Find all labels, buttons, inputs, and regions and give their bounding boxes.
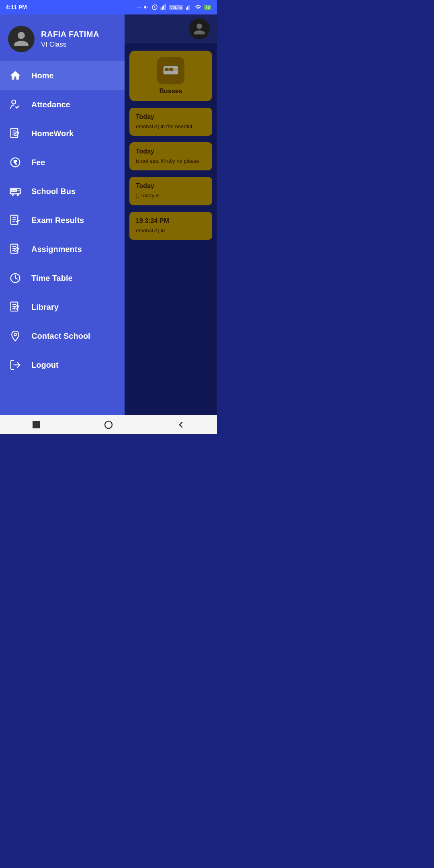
sidebar-item-library[interactable]: Library <box>0 293 125 321</box>
sidebar-header: RAFIA FATIMA VI Class <box>0 14 125 61</box>
home-icon <box>8 68 23 83</box>
sidebar-item-exam-results-label: Exam Results <box>31 216 84 225</box>
sidebar-item-assignments-label: Assignments <box>31 245 82 254</box>
sidebar-item-assignments[interactable]: Assignments <box>0 235 125 264</box>
exam-results-icon <box>8 213 23 227</box>
svg-point-23 <box>14 333 16 336</box>
app-container: RAFIA FATIMA VI Class Home <box>0 14 217 415</box>
sidebar-item-home-label: Home <box>31 71 54 80</box>
svg-point-7 <box>12 100 16 104</box>
time-table-icon <box>8 271 23 285</box>
svg-rect-0 <box>160 8 161 10</box>
svg-rect-31 <box>33 421 40 428</box>
sidebar-item-contact-school-label: Contact School <box>31 332 90 341</box>
bottom-nav <box>0 415 217 434</box>
svg-rect-1 <box>162 6 163 10</box>
bottom-home-button[interactable] <box>101 418 116 432</box>
sidebar-item-attendance-label: Attedance <box>31 100 70 109</box>
sidebar-item-logout[interactable]: Logout <box>0 350 125 379</box>
sidebar-item-contact-school[interactable]: Contact School <box>0 321 125 350</box>
fee-icon: ₹ <box>8 155 23 170</box>
person-icon <box>12 30 30 48</box>
signal-dots-icon: ··· <box>137 5 141 10</box>
main-content: Busses Today ersonal A) in the needful. … <box>125 14 217 415</box>
square-icon <box>31 420 41 430</box>
sidebar-item-homework[interactable]: HomeWork <box>0 119 125 148</box>
svg-rect-4 <box>186 8 187 10</box>
user-class: VI Class <box>41 41 99 49</box>
nav-list: Home Attedance <box>0 61 125 415</box>
sidebar-item-fee-label: Fee <box>31 158 45 167</box>
signal-icon <box>160 4 167 10</box>
svg-rect-5 <box>187 6 188 10</box>
svg-rect-2 <box>163 5 164 10</box>
bottom-square-button[interactable] <box>29 418 43 432</box>
sidebar-item-fee[interactable]: ₹ Fee <box>0 148 125 177</box>
volte-badge: VoLTE <box>169 5 183 10</box>
sidebar-item-time-table-label: Time Table <box>31 274 73 283</box>
status-time: 4:11 PM <box>6 4 27 10</box>
battery-indicator: 78 <box>204 5 211 10</box>
logout-icon <box>8 358 23 372</box>
user-name: RAFIA FATIMA <box>41 30 99 39</box>
svg-point-32 <box>105 421 112 428</box>
svg-point-15 <box>12 194 14 195</box>
svg-text:₹: ₹ <box>14 160 17 166</box>
school-bus-icon <box>8 184 23 199</box>
back-icon <box>176 420 186 430</box>
svg-rect-3 <box>164 4 165 10</box>
sidebar-item-exam-results[interactable]: Exam Results <box>0 206 125 235</box>
sidebar-item-attendance[interactable]: Attedance <box>0 90 125 119</box>
sidebar-item-homework-label: HomeWork <box>31 129 74 138</box>
svg-point-16 <box>17 194 18 195</box>
user-info: RAFIA FATIMA VI Class <box>41 30 99 49</box>
sidebar: RAFIA FATIMA VI Class Home <box>0 14 125 415</box>
attendance-icon <box>8 97 23 112</box>
mute-icon <box>143 4 149 10</box>
sidebar-item-school-bus-label: School Bus <box>31 187 76 196</box>
signal2-icon <box>185 4 192 10</box>
sidebar-item-time-table[interactable]: Time Table <box>0 264 125 293</box>
sidebar-item-home[interactable]: Home <box>0 61 125 90</box>
assignments-icon <box>8 242 23 256</box>
sidebar-item-logout-label: Logout <box>31 360 59 370</box>
wifi-icon <box>194 4 202 10</box>
drawer-scrim[interactable] <box>125 14 217 415</box>
avatar <box>8 26 35 52</box>
library-icon <box>8 300 23 314</box>
sidebar-item-school-bus[interactable]: School Bus <box>0 177 125 206</box>
status-bar: 4:11 PM ··· VoLTE 78 <box>0 0 217 14</box>
contact-school-icon <box>8 329 23 343</box>
circle-icon <box>104 420 113 430</box>
alarm-icon <box>151 4 158 10</box>
status-icons: ··· VoLTE 78 <box>137 4 211 10</box>
homework-icon <box>8 126 23 141</box>
sidebar-item-library-label: Library <box>31 303 59 312</box>
svg-rect-6 <box>188 5 189 10</box>
bottom-back-button[interactable] <box>174 418 188 432</box>
